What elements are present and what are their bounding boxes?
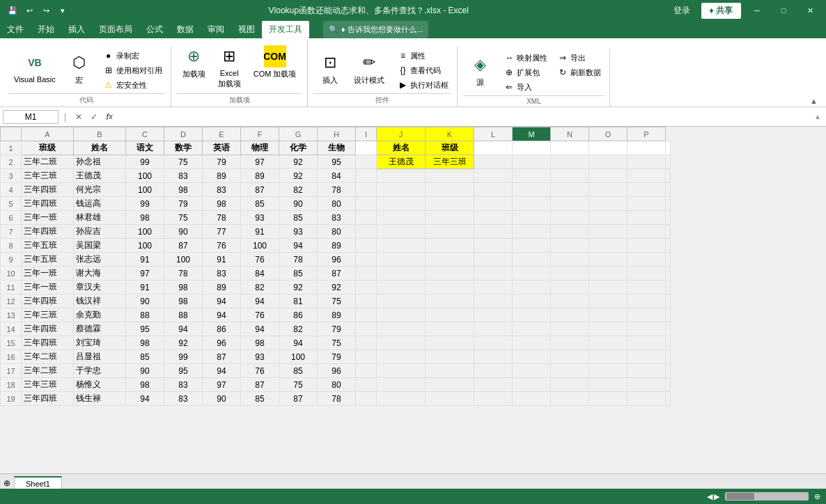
table-cell[interactable]: 于学忠 xyxy=(74,364,126,378)
table-cell[interactable]: 80 xyxy=(318,197,356,211)
excel-addins-button[interactable]: ⊞ Excel 加载项 xyxy=(212,42,247,92)
sheet-tab-sheet1[interactable]: Sheet1 xyxy=(14,476,62,490)
table-cell[interactable] xyxy=(474,322,513,336)
table-cell[interactable] xyxy=(551,141,589,155)
table-cell[interactable] xyxy=(356,239,377,253)
table-cell[interactable] xyxy=(356,197,377,211)
table-cell[interactable] xyxy=(426,350,474,364)
formula-input[interactable] xyxy=(119,111,809,123)
table-cell[interactable]: 三年三班 xyxy=(22,169,74,183)
table-cell[interactable] xyxy=(628,253,666,267)
table-cell[interactable]: 91 xyxy=(241,225,279,239)
table-cell[interactable] xyxy=(628,322,666,336)
table-cell[interactable]: 94 xyxy=(203,364,241,378)
table-cell[interactable]: 三年四班 xyxy=(22,392,74,406)
table-cell[interactable] xyxy=(356,225,377,239)
row-number[interactable]: 6 xyxy=(1,211,22,225)
table-cell[interactable]: 语文 xyxy=(126,141,164,155)
table-cell[interactable]: 98 xyxy=(203,197,241,211)
table-cell[interactable] xyxy=(426,197,474,211)
table-cell[interactable] xyxy=(666,239,671,253)
macro-security-button[interactable]: ⚠ 宏安全性 xyxy=(100,78,165,92)
table-cell[interactable]: 90 xyxy=(279,197,318,211)
table-cell[interactable]: 94 xyxy=(241,294,279,308)
table-cell[interactable]: 83 xyxy=(318,211,356,225)
table-cell[interactable]: 89 xyxy=(203,281,241,294)
table-cell[interactable] xyxy=(426,239,474,253)
table-cell[interactable]: 87 xyxy=(164,239,203,253)
table-cell[interactable] xyxy=(356,267,377,281)
col-header-D[interactable]: D xyxy=(164,127,203,141)
table-cell[interactable]: 83 xyxy=(164,169,203,183)
run-dialog-button[interactable]: ▶ 执行对话框 xyxy=(394,78,451,92)
table-cell[interactable] xyxy=(426,294,474,308)
table-cell[interactable] xyxy=(356,169,377,183)
table-cell[interactable] xyxy=(666,253,671,267)
table-cell[interactable] xyxy=(513,378,551,392)
table-cell[interactable]: 三年五班 xyxy=(22,253,74,267)
table-cell[interactable]: 92 xyxy=(318,281,356,294)
com-addins-button[interactable]: COM COM 加载项 xyxy=(248,42,302,82)
table-cell[interactable]: 87 xyxy=(318,267,356,281)
table-cell[interactable]: 91 xyxy=(126,253,164,267)
table-cell[interactable] xyxy=(551,378,589,392)
table-cell[interactable] xyxy=(474,392,513,406)
menu-pagelayout[interactable]: 页面布局 xyxy=(92,21,139,38)
table-cell[interactable] xyxy=(666,155,671,169)
table-cell[interactable] xyxy=(377,239,426,253)
table-cell[interactable]: 86 xyxy=(203,322,241,336)
spreadsheet-container[interactable]: A B C D E F G H I J K L M N O P xyxy=(0,127,826,473)
table-cell[interactable]: 78 xyxy=(318,183,356,197)
table-cell[interactable]: 94 xyxy=(241,322,279,336)
table-cell[interactable]: 85 xyxy=(279,267,318,281)
table-cell[interactable]: 98 xyxy=(241,336,279,350)
table-cell[interactable] xyxy=(666,350,671,364)
table-cell[interactable]: 85 xyxy=(241,197,279,211)
table-cell[interactable] xyxy=(628,267,666,281)
table-cell[interactable] xyxy=(666,197,671,211)
table-cell[interactable]: 英语 xyxy=(203,141,241,155)
table-cell[interactable]: 91 xyxy=(203,253,241,267)
table-cell[interactable]: 三年二班 xyxy=(22,364,74,378)
menu-data[interactable]: 数据 xyxy=(170,21,201,38)
ribbon-collapse-button[interactable]: ▲ xyxy=(804,95,823,107)
table-cell[interactable]: 100 xyxy=(126,183,164,197)
table-cell[interactable]: 76 xyxy=(203,239,241,253)
menu-formulas[interactable]: 公式 xyxy=(139,21,170,38)
table-cell[interactable] xyxy=(513,155,551,169)
table-cell[interactable] xyxy=(513,141,551,155)
table-cell[interactable] xyxy=(426,308,474,322)
table-cell[interactable] xyxy=(426,336,474,350)
table-cell[interactable] xyxy=(628,281,666,294)
row-number[interactable]: 1 xyxy=(1,141,22,155)
table-cell[interactable] xyxy=(666,308,671,322)
row-number[interactable]: 15 xyxy=(1,336,22,350)
table-cell[interactable]: 79 xyxy=(164,197,203,211)
table-cell[interactable]: 三年四班 xyxy=(22,336,74,350)
table-cell[interactable] xyxy=(377,281,426,294)
save-btn[interactable]: 💾 xyxy=(6,3,20,17)
table-cell[interactable] xyxy=(474,308,513,322)
col-header-L[interactable]: L xyxy=(474,127,513,141)
search-bar[interactable]: 🔍 ♦ 告诉我您想要做什么... xyxy=(323,21,428,38)
menu-developer[interactable]: 开发工具 xyxy=(262,21,309,38)
table-cell[interactable]: 79 xyxy=(203,155,241,169)
table-cell[interactable]: 钱运高 xyxy=(74,197,126,211)
table-cell[interactable] xyxy=(474,281,513,294)
table-cell[interactable] xyxy=(377,183,426,197)
table-cell[interactable] xyxy=(426,364,474,378)
table-cell[interactable] xyxy=(356,211,377,225)
row-number[interactable]: 4 xyxy=(1,183,22,197)
table-cell[interactable] xyxy=(628,183,666,197)
table-cell[interactable] xyxy=(666,169,671,183)
table-cell[interactable] xyxy=(628,155,666,169)
table-cell[interactable]: 姓名 xyxy=(74,141,126,155)
table-cell[interactable]: 78 xyxy=(203,211,241,225)
row-number[interactable]: 11 xyxy=(1,281,22,294)
col-header-F[interactable]: F xyxy=(241,127,279,141)
col-header-M[interactable]: M xyxy=(513,127,551,141)
col-header-A[interactable]: A xyxy=(22,127,74,141)
table-cell[interactable] xyxy=(377,364,426,378)
table-cell[interactable] xyxy=(551,169,589,183)
table-cell[interactable]: 83 xyxy=(164,378,203,392)
